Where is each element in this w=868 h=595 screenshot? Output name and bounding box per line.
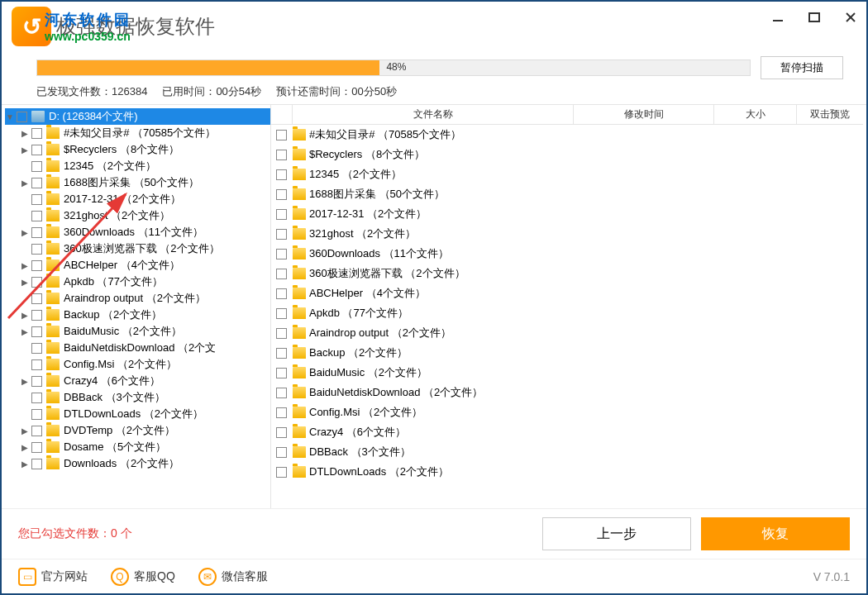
column-preview[interactable]: 双击预览 bbox=[797, 105, 863, 124]
wechat-support-link[interactable]: ✉ 微信客服 bbox=[198, 568, 268, 586]
list-item[interactable]: 1688图片采集 （50个文件） bbox=[271, 184, 863, 204]
list-item[interactable]: Config.Msi （2个文件） bbox=[271, 402, 863, 422]
column-filename[interactable]: 文件名称 bbox=[293, 105, 574, 124]
expand-icon[interactable]: ▶ bbox=[20, 178, 30, 188]
tree-item[interactable]: ▶Crazy4 （6个文件） bbox=[5, 373, 270, 389]
checkbox[interactable] bbox=[17, 112, 27, 122]
checkbox[interactable] bbox=[31, 227, 42, 238]
list-item[interactable]: $Recyclers （8个文件） bbox=[271, 145, 863, 164]
list-item[interactable]: BaiduNetdiskDownload （2个文件） bbox=[271, 383, 863, 402]
column-size[interactable]: 大小 bbox=[714, 105, 797, 124]
checkbox[interactable] bbox=[31, 376, 42, 387]
expand-icon[interactable]: ▶ bbox=[20, 443, 30, 452]
tree-item[interactable]: ▶360Downloads （11个文件） bbox=[5, 224, 270, 240]
previous-button[interactable]: 上一步 bbox=[542, 517, 691, 550]
list-item[interactable]: 12345 （2个文件） bbox=[271, 164, 863, 184]
tree-item[interactable]: Araindrop output （2个文件） bbox=[5, 290, 270, 307]
column-modified[interactable]: 修改时间 bbox=[574, 105, 714, 124]
list-item[interactable]: 321ghost （2个文件） bbox=[271, 224, 863, 244]
recover-button[interactable]: 恢复 bbox=[701, 517, 850, 550]
tree-item[interactable]: ▶1688图片采集 （50个文件） bbox=[5, 174, 270, 191]
expand-icon[interactable]: ▶ bbox=[20, 327, 30, 336]
expand-icon[interactable]: ▶ bbox=[20, 311, 30, 320]
checkbox[interactable] bbox=[276, 368, 287, 378]
checkbox[interactable] bbox=[31, 260, 42, 271]
checkbox[interactable] bbox=[31, 393, 42, 403]
qq-support-link[interactable]: Q 客服QQ bbox=[111, 568, 175, 586]
close-button[interactable] bbox=[842, 8, 860, 26]
tree-item[interactable]: ▶ABCHelper （4个文件） bbox=[5, 257, 270, 274]
checkbox[interactable] bbox=[31, 442, 42, 453]
list-item[interactable]: 2017-12-31 （2个文件） bbox=[271, 204, 863, 224]
checkbox[interactable] bbox=[31, 194, 42, 205]
checkbox[interactable] bbox=[31, 293, 42, 304]
list-item[interactable]: #未知父目录# （70585个文件） bbox=[271, 125, 863, 145]
checkbox[interactable] bbox=[31, 277, 42, 288]
tree-item[interactable]: ▶Dosame （5个文件） bbox=[5, 439, 270, 455]
tree-item[interactable]: ▶Apkdb （77个文件） bbox=[5, 274, 270, 290]
folder-tree-panel[interactable]: ▼D: (126384个文件)▶#未知父目录# （70585个文件）▶$Recy… bbox=[5, 105, 271, 508]
collapse-icon[interactable]: ▼ bbox=[5, 112, 15, 121]
list-item[interactable]: Crazy4 （6个文件） bbox=[271, 422, 863, 442]
tree-item[interactable]: DBBack （3个文件） bbox=[5, 389, 270, 406]
tree-item[interactable]: 321ghost （2个文件） bbox=[5, 207, 270, 224]
checkbox[interactable] bbox=[276, 249, 287, 259]
checkbox[interactable] bbox=[276, 269, 287, 279]
checkbox[interactable] bbox=[31, 459, 42, 469]
checkbox[interactable] bbox=[276, 427, 287, 438]
minimize-button[interactable] bbox=[769, 8, 787, 26]
tree-item[interactable]: 360极速浏览器下载 （2个文件） bbox=[5, 240, 270, 257]
checkbox[interactable] bbox=[276, 388, 287, 398]
list-item[interactable]: ABCHelper （4个文件） bbox=[271, 283, 863, 303]
expand-icon[interactable]: ▶ bbox=[20, 278, 30, 287]
checkbox[interactable] bbox=[276, 447, 287, 458]
list-item[interactable]: DTLDownLoads （2个文件） bbox=[271, 462, 863, 482]
checkbox[interactable] bbox=[31, 326, 42, 337]
checkbox[interactable] bbox=[31, 359, 42, 370]
tree-item[interactable]: ▶$Recyclers （8个文件） bbox=[5, 141, 270, 158]
expand-icon[interactable]: ▶ bbox=[20, 377, 30, 386]
expand-icon[interactable]: ▶ bbox=[20, 228, 30, 237]
checkbox[interactable] bbox=[31, 145, 42, 155]
checkbox[interactable] bbox=[276, 308, 287, 319]
list-item[interactable]: 360Downloads （11个文件） bbox=[271, 244, 863, 264]
expand-icon[interactable]: ▶ bbox=[20, 459, 30, 469]
expand-icon[interactable]: ▶ bbox=[20, 129, 30, 138]
pause-scan-button[interactable]: 暂停扫描 bbox=[761, 56, 843, 79]
checkbox[interactable] bbox=[31, 244, 42, 255]
checkbox[interactable] bbox=[276, 328, 287, 339]
checkbox[interactable] bbox=[31, 310, 42, 321]
checkbox[interactable] bbox=[276, 189, 287, 200]
checkbox[interactable] bbox=[31, 426, 42, 436]
checkbox[interactable] bbox=[276, 150, 287, 160]
tree-item[interactable]: ▶Downloads （2个文件） bbox=[5, 455, 270, 472]
tree-item[interactable]: ▶BaiduMusic （2个文件） bbox=[5, 323, 270, 340]
checkbox[interactable] bbox=[31, 343, 42, 354]
list-body[interactable]: #未知父目录# （70585个文件）$Recyclers （8个文件）12345… bbox=[271, 125, 863, 508]
tree-item[interactable]: ▶DVDTemp （2个文件） bbox=[5, 422, 270, 439]
tree-item[interactable]: DTLDownLoads （2个文件） bbox=[5, 406, 270, 422]
checkbox[interactable] bbox=[31, 178, 42, 188]
maximize-button[interactable] bbox=[805, 8, 823, 26]
checkbox[interactable] bbox=[31, 211, 42, 221]
list-item[interactable]: 360极速浏览器下载 （2个文件） bbox=[271, 264, 863, 283]
checkbox[interactable] bbox=[276, 288, 287, 299]
tree-item[interactable]: ▶Backup （2个文件） bbox=[5, 307, 270, 323]
checkbox[interactable] bbox=[276, 130, 287, 140]
list-item[interactable]: DBBack （3个文件） bbox=[271, 442, 863, 462]
expand-icon[interactable]: ▶ bbox=[20, 426, 30, 436]
checkbox[interactable] bbox=[276, 348, 287, 359]
tree-item[interactable]: BaiduNetdiskDownload （2个文 bbox=[5, 340, 270, 356]
list-item[interactable]: Backup （2个文件） bbox=[271, 343, 863, 363]
expand-icon[interactable]: ▶ bbox=[20, 145, 30, 155]
tree-item[interactable]: Config.Msi （2个文件） bbox=[5, 356, 270, 373]
checkbox[interactable] bbox=[276, 169, 287, 180]
official-site-link[interactable]: ▭ 官方网站 bbox=[18, 568, 88, 586]
expand-icon[interactable]: ▶ bbox=[20, 261, 30, 270]
tree-item[interactable]: 12345 （2个文件） bbox=[5, 158, 270, 174]
checkbox[interactable] bbox=[31, 161, 42, 172]
checkbox[interactable] bbox=[31, 128, 42, 139]
checkbox[interactable] bbox=[276, 467, 287, 478]
tree-root-drive[interactable]: ▼D: (126384个文件) bbox=[5, 108, 270, 125]
list-item[interactable]: BaiduMusic （2个文件） bbox=[271, 363, 863, 383]
